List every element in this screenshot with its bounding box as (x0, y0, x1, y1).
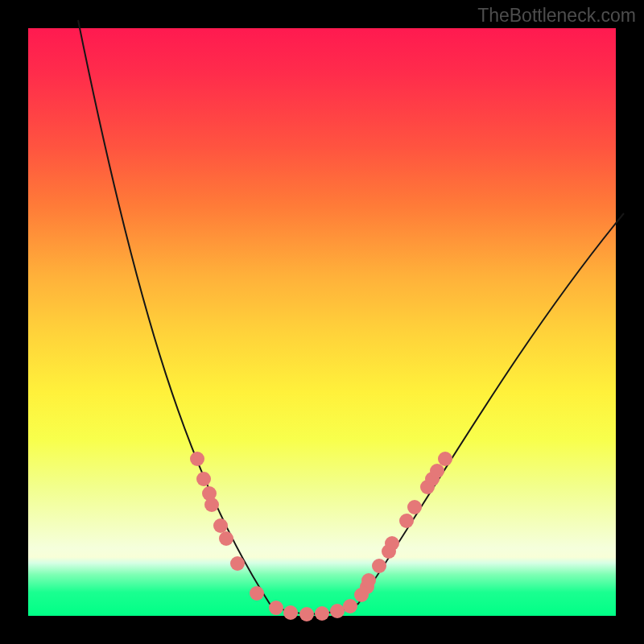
data-dot (385, 536, 399, 551)
data-dot (190, 452, 204, 466)
data-dot (219, 531, 233, 546)
chart-frame: TheBottleneck.com (0, 0, 644, 644)
data-dots (190, 452, 452, 621)
bottleneck-curve (78, 20, 624, 614)
data-dot (361, 573, 376, 588)
data-dot (407, 500, 422, 514)
data-dot (250, 586, 264, 601)
data-dot (204, 497, 219, 512)
data-dot (269, 601, 283, 615)
data-dot (372, 559, 386, 573)
data-dot (330, 604, 345, 618)
plot-area (28, 28, 616, 616)
data-dot (196, 472, 211, 486)
data-dot (343, 599, 357, 613)
data-dot (213, 518, 228, 533)
curve-layer (28, 28, 616, 616)
data-dot (399, 514, 414, 528)
data-dot (283, 605, 298, 620)
data-dot (430, 464, 444, 478)
data-dot (230, 556, 245, 571)
data-dot (438, 452, 452, 466)
data-dot (315, 606, 329, 621)
watermark-text: TheBottleneck.com (477, 5, 636, 27)
data-dot (299, 607, 314, 621)
